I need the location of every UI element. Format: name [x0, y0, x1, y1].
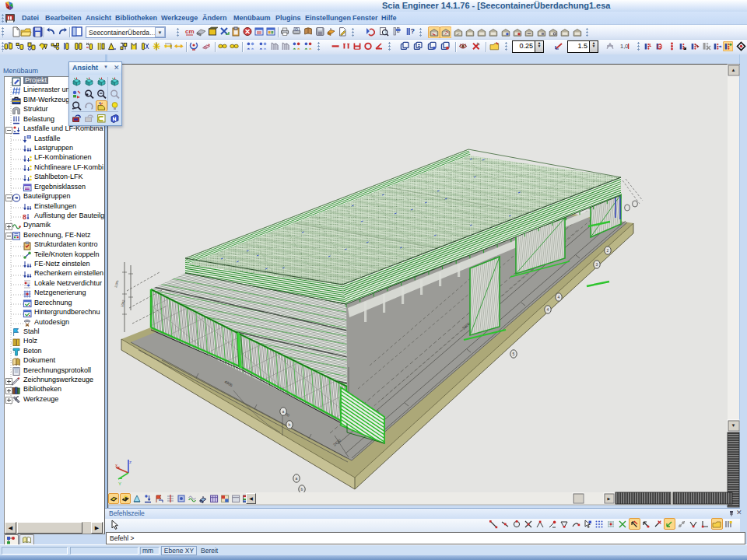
- svg-text:b: b: [301, 487, 303, 492]
- svg-text:3: 3: [596, 262, 598, 267]
- svg-text:4: 4: [558, 295, 560, 299]
- svg-text:8: 8: [23, 213, 26, 221]
- svg-text:a: a: [296, 476, 298, 481]
- svg-text:a: a: [282, 409, 285, 414]
- svg-text:1,0: 1,0: [620, 43, 628, 50]
- svg-text:?: ?: [410, 27, 415, 35]
- svg-text:Y: Y: [118, 481, 121, 486]
- svg-text:▶: ▶: [608, 496, 611, 501]
- svg-text:cm: cm: [185, 28, 195, 35]
- svg-text:5: 5: [513, 352, 515, 356]
- svg-text:4: 4: [547, 307, 549, 312]
- svg-text:▲: ▲: [731, 68, 736, 72]
- svg-text:b: b: [289, 422, 291, 427]
- svg-text:▼: ▼: [731, 423, 736, 428]
- svg-text:x: x: [115, 463, 117, 467]
- svg-text:z: z: [129, 460, 132, 464]
- svg-text:2: 2: [607, 248, 609, 253]
